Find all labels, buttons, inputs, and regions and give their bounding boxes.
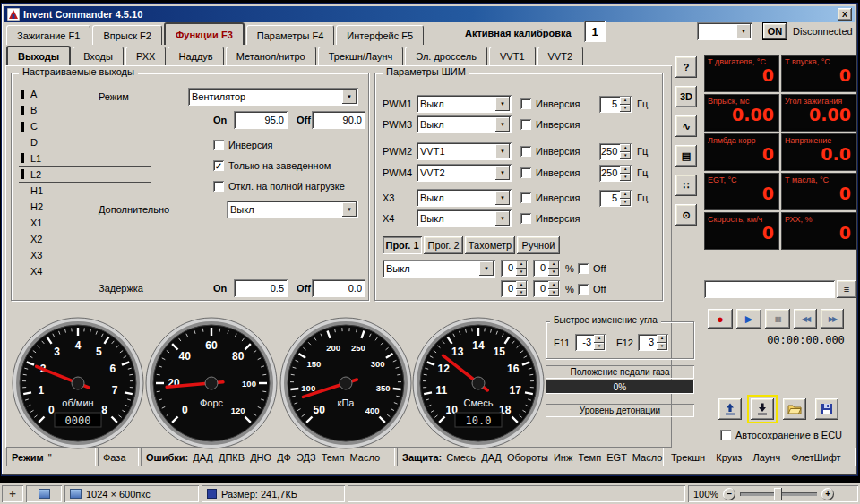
engine-running-only-checkbox[interactable]: ✓ Только на заведенном (213, 159, 331, 172)
prog2-tab[interactable]: Прог. 2 (424, 236, 463, 254)
spin-down-icon[interactable]: ▾ (620, 105, 631, 113)
spin-down-icon[interactable]: ▾ (594, 343, 605, 351)
spin-up-icon[interactable]: ▴ (516, 281, 527, 289)
spin-down-icon[interactable]: ▾ (620, 199, 631, 207)
x3-freq-spinner[interactable]: 5▴▾ (599, 190, 632, 207)
pwm4-inversion-checkbox[interactable]: Инверсия (520, 167, 580, 179)
oscilloscope-button[interactable]: ▤ (675, 145, 697, 167)
x4-mode-select[interactable]: Выкл▼ (417, 209, 512, 227)
spin-up-icon[interactable]: ▴ (620, 97, 631, 105)
checkbox-box[interactable] (520, 98, 531, 109)
tab-traction-launch[interactable]: Трекшн/Лаунч (318, 47, 404, 65)
spin-down-icon[interactable]: ▾ (516, 289, 527, 297)
spin-up-icon[interactable]: ▴ (620, 166, 631, 174)
checkbox-box[interactable]: ✓ (213, 160, 224, 171)
prog-value2-spinner[interactable]: 0▴▾ (533, 260, 560, 277)
log-file-input[interactable] (704, 280, 835, 298)
spin-down-icon[interactable]: ▾ (548, 289, 559, 297)
matrix-button[interactable]: ∷ (675, 175, 697, 196)
pwm2-inversion-checkbox[interactable]: Инверсия (520, 145, 580, 158)
download-from-ecu-button[interactable] (751, 398, 774, 420)
tab-ignition-f1[interactable]: Зажигание F1 (6, 25, 90, 45)
spin-down-icon[interactable]: ▾ (657, 343, 667, 351)
pwm2-freq-spinner[interactable]: 250▴▾ (599, 143, 632, 160)
full-load-off-checkbox[interactable]: Откл. на полной нагрузке (213, 180, 345, 192)
delay-off-input[interactable] (312, 279, 366, 297)
forward-button[interactable]: ▶▶ (821, 309, 844, 329)
zoom-out-button[interactable]: – (723, 488, 735, 500)
dropdown-arrow-icon[interactable]: ▼ (495, 144, 510, 158)
pwm1-freq-spinner[interactable]: 5▴▾ (599, 96, 632, 113)
checkbox-box[interactable] (720, 430, 731, 440)
mode-select[interactable]: Вентилятор ▼ (188, 88, 358, 106)
pwm2-mode-select[interactable]: VVT1▼ (417, 142, 512, 160)
pause-button[interactable]: ▮▮ (765, 309, 790, 329)
dropdown-arrow-icon[interactable]: ▼ (495, 117, 510, 132)
channel-x4[interactable]: X4 (19, 263, 151, 279)
checkbox-box[interactable] (520, 213, 531, 224)
tab-inputs[interactable]: Входы (73, 47, 124, 65)
tab-interface-f5[interactable]: Интерфейс F5 (336, 25, 424, 45)
tab-idle[interactable]: РХХ (125, 47, 167, 65)
f12-angle-spinner[interactable]: 3▴▾ (638, 334, 668, 351)
spin-up-icon[interactable]: ▴ (657, 335, 667, 343)
prog-mode-select[interactable]: Выкл ▼ (383, 260, 495, 278)
checkbox-box[interactable] (213, 181, 224, 192)
tab-e-throttle[interactable]: Эл. дроссель (405, 47, 487, 65)
pwm3-mode-select[interactable]: Выкл▼ (417, 115, 512, 133)
channel-x3[interactable]: X3 (19, 247, 151, 263)
record-button[interactable]: ● (708, 309, 733, 329)
spin-down-icon[interactable]: ▾ (548, 269, 559, 277)
tab-injection-f2[interactable]: Впрыск F2 (92, 25, 162, 45)
checkbox-box[interactable] (520, 119, 531, 130)
spin-up-icon[interactable]: ▴ (516, 261, 527, 269)
tab-methanol-nitro[interactable]: Метанол/нитро (226, 47, 316, 65)
tachometer-tab[interactable]: Тахометр (465, 236, 515, 254)
spin-down-icon[interactable]: ▾ (620, 174, 631, 182)
channel-l2[interactable]: L2 (19, 167, 151, 183)
x4-inversion-checkbox[interactable]: Инверсия (520, 212, 580, 225)
tab-outputs[interactable]: Выходы (6, 46, 71, 65)
channel-c[interactable]: C (19, 118, 151, 134)
spin-up-icon[interactable]: ▴ (548, 281, 559, 289)
channel-x1[interactable]: X1 (19, 215, 151, 231)
delay-on-input[interactable] (234, 279, 288, 297)
inversion-checkbox[interactable]: Инверсия (213, 139, 273, 151)
play-button[interactable]: ▶ (736, 309, 761, 329)
checkbox-box[interactable] (213, 140, 224, 150)
channel-x2[interactable]: X2 (19, 231, 151, 247)
extra-select[interactable]: Выкл ▼ (227, 201, 358, 218)
upload-to-ecu-button[interactable] (718, 398, 742, 420)
tab-vvt2[interactable]: VVT2 (538, 47, 584, 65)
channel-h1[interactable]: H1 (19, 183, 151, 199)
dropdown-arrow-icon[interactable]: ▼ (342, 90, 357, 104)
view-3d-button[interactable]: 3D (675, 86, 697, 107)
browse-button[interactable]: ≡ (837, 280, 856, 298)
channel-d[interactable]: D (19, 134, 151, 150)
autosave-ecu-checkbox[interactable]: Автосохранение в ECU (720, 429, 842, 441)
off-threshold-input[interactable] (312, 111, 366, 129)
dropdown-arrow-icon[interactable]: ▼ (495, 97, 510, 111)
timer-button[interactable]: ⊙ (675, 204, 697, 226)
save-file-button[interactable] (815, 398, 838, 420)
dropdown-arrow-icon[interactable]: ▼ (495, 211, 510, 226)
x3-inversion-checkbox[interactable]: Инверсия (520, 192, 580, 204)
prog-value1-spinner[interactable]: 0▴▾ (501, 260, 528, 277)
help-button[interactable]: ? (675, 56, 697, 78)
spin-down-icon[interactable]: ▾ (516, 269, 527, 277)
open-file-button[interactable] (783, 398, 806, 420)
zoom-slider-thumb[interactable] (774, 488, 782, 500)
checkbox-box[interactable] (578, 284, 589, 295)
port-select[interactable]: ▼ (697, 22, 752, 40)
zoom-slider[interactable] (740, 492, 817, 496)
tab-vvt1[interactable]: VVT1 (489, 47, 536, 65)
pwm4-mode-select[interactable]: VVT2▼ (417, 164, 512, 182)
channel-a[interactable]: A (19, 86, 151, 102)
spin-up-icon[interactable]: ▴ (594, 335, 605, 343)
spin-up-icon[interactable]: ▴ (548, 261, 559, 269)
chart-button[interactable]: ∿ (675, 115, 697, 137)
connect-on-button[interactable]: ON (762, 22, 787, 40)
x3-mode-select[interactable]: Выкл▼ (417, 189, 512, 207)
prog1-tab[interactable]: Прог. 1 (383, 236, 422, 254)
on-threshold-input[interactable] (234, 111, 288, 129)
